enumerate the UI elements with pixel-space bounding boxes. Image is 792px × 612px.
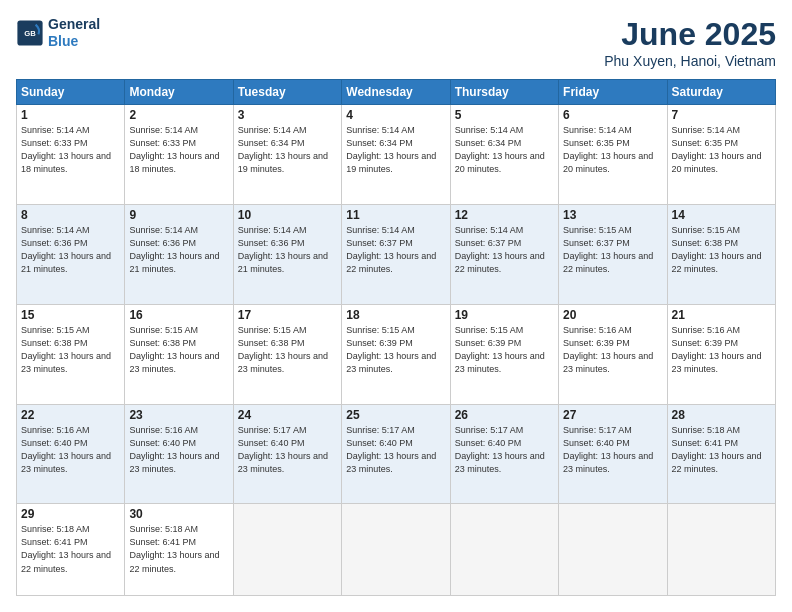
calendar-cell: 11Sunrise: 5:14 AMSunset: 6:37 PMDayligh…: [342, 204, 450, 304]
day-info: Sunrise: 5:14 AMSunset: 6:34 PMDaylight:…: [346, 124, 445, 176]
calendar-cell: 23Sunrise: 5:16 AMSunset: 6:40 PMDayligh…: [125, 404, 233, 504]
calendar-cell: 29Sunrise: 5:18 AMSunset: 6:41 PMDayligh…: [17, 504, 125, 596]
calendar-cell: 22Sunrise: 5:16 AMSunset: 6:40 PMDayligh…: [17, 404, 125, 504]
calendar-cell: 27Sunrise: 5:17 AMSunset: 6:40 PMDayligh…: [559, 404, 667, 504]
day-number: 16: [129, 308, 228, 322]
day-info: Sunrise: 5:15 AMSunset: 6:38 PMDaylight:…: [21, 324, 120, 376]
day-info: Sunrise: 5:16 AMSunset: 6:40 PMDaylight:…: [21, 424, 120, 476]
calendar-cell: 21Sunrise: 5:16 AMSunset: 6:39 PMDayligh…: [667, 304, 775, 404]
calendar-week-4: 22Sunrise: 5:16 AMSunset: 6:40 PMDayligh…: [17, 404, 776, 504]
col-saturday: Saturday: [667, 80, 775, 105]
day-number: 3: [238, 108, 337, 122]
day-info: Sunrise: 5:14 AMSunset: 6:35 PMDaylight:…: [672, 124, 771, 176]
day-info: Sunrise: 5:17 AMSunset: 6:40 PMDaylight:…: [563, 424, 662, 476]
page: GB General Blue June 2025 Phu Xuyen, Han…: [0, 0, 792, 612]
day-number: 28: [672, 408, 771, 422]
day-info: Sunrise: 5:14 AMSunset: 6:33 PMDaylight:…: [21, 124, 120, 176]
col-sunday: Sunday: [17, 80, 125, 105]
day-number: 13: [563, 208, 662, 222]
day-number: 4: [346, 108, 445, 122]
day-info: Sunrise: 5:18 AMSunset: 6:41 PMDaylight:…: [21, 523, 120, 575]
day-number: 9: [129, 208, 228, 222]
title-block: June 2025 Phu Xuyen, Hanoi, Vietnam: [604, 16, 776, 69]
calendar-week-3: 15Sunrise: 5:15 AMSunset: 6:38 PMDayligh…: [17, 304, 776, 404]
calendar-cell: 10Sunrise: 5:14 AMSunset: 6:36 PMDayligh…: [233, 204, 341, 304]
calendar-cell: [559, 504, 667, 596]
day-info: Sunrise: 5:16 AMSunset: 6:39 PMDaylight:…: [672, 324, 771, 376]
day-info: Sunrise: 5:14 AMSunset: 6:36 PMDaylight:…: [21, 224, 120, 276]
day-info: Sunrise: 5:16 AMSunset: 6:40 PMDaylight:…: [129, 424, 228, 476]
calendar-week-1: 1Sunrise: 5:14 AMSunset: 6:33 PMDaylight…: [17, 105, 776, 205]
calendar-cell: 7Sunrise: 5:14 AMSunset: 6:35 PMDaylight…: [667, 105, 775, 205]
day-number: 29: [21, 507, 120, 521]
calendar-cell: 19Sunrise: 5:15 AMSunset: 6:39 PMDayligh…: [450, 304, 558, 404]
day-info: Sunrise: 5:15 AMSunset: 6:38 PMDaylight:…: [129, 324, 228, 376]
day-number: 11: [346, 208, 445, 222]
day-info: Sunrise: 5:14 AMSunset: 6:34 PMDaylight:…: [238, 124, 337, 176]
col-tuesday: Tuesday: [233, 80, 341, 105]
day-info: Sunrise: 5:14 AMSunset: 6:33 PMDaylight:…: [129, 124, 228, 176]
calendar-cell: 9Sunrise: 5:14 AMSunset: 6:36 PMDaylight…: [125, 204, 233, 304]
calendar-cell: 30Sunrise: 5:18 AMSunset: 6:41 PMDayligh…: [125, 504, 233, 596]
header: GB General Blue June 2025 Phu Xuyen, Han…: [16, 16, 776, 69]
logo-icon: GB: [16, 19, 44, 47]
day-number: 17: [238, 308, 337, 322]
calendar-cell: 24Sunrise: 5:17 AMSunset: 6:40 PMDayligh…: [233, 404, 341, 504]
calendar-cell: 28Sunrise: 5:18 AMSunset: 6:41 PMDayligh…: [667, 404, 775, 504]
calendar-cell: 15Sunrise: 5:15 AMSunset: 6:38 PMDayligh…: [17, 304, 125, 404]
calendar-cell: 12Sunrise: 5:14 AMSunset: 6:37 PMDayligh…: [450, 204, 558, 304]
col-monday: Monday: [125, 80, 233, 105]
day-info: Sunrise: 5:15 AMSunset: 6:38 PMDaylight:…: [238, 324, 337, 376]
day-info: Sunrise: 5:15 AMSunset: 6:38 PMDaylight:…: [672, 224, 771, 276]
calendar-cell: [342, 504, 450, 596]
day-number: 12: [455, 208, 554, 222]
col-wednesday: Wednesday: [342, 80, 450, 105]
calendar-table: Sunday Monday Tuesday Wednesday Thursday…: [16, 79, 776, 596]
day-number: 8: [21, 208, 120, 222]
day-info: Sunrise: 5:18 AMSunset: 6:41 PMDaylight:…: [129, 523, 228, 575]
day-info: Sunrise: 5:14 AMSunset: 6:35 PMDaylight:…: [563, 124, 662, 176]
day-info: Sunrise: 5:14 AMSunset: 6:34 PMDaylight:…: [455, 124, 554, 176]
col-friday: Friday: [559, 80, 667, 105]
day-info: Sunrise: 5:17 AMSunset: 6:40 PMDaylight:…: [455, 424, 554, 476]
day-number: 15: [21, 308, 120, 322]
day-number: 14: [672, 208, 771, 222]
day-number: 1: [21, 108, 120, 122]
day-info: Sunrise: 5:17 AMSunset: 6:40 PMDaylight:…: [346, 424, 445, 476]
calendar-cell: 16Sunrise: 5:15 AMSunset: 6:38 PMDayligh…: [125, 304, 233, 404]
calendar-header-row: Sunday Monday Tuesday Wednesday Thursday…: [17, 80, 776, 105]
calendar-title: June 2025: [604, 16, 776, 53]
svg-text:GB: GB: [24, 29, 36, 38]
calendar-cell: 6Sunrise: 5:14 AMSunset: 6:35 PMDaylight…: [559, 105, 667, 205]
calendar-cell: [233, 504, 341, 596]
logo-text: General Blue: [48, 16, 100, 50]
day-number: 23: [129, 408, 228, 422]
day-number: 6: [563, 108, 662, 122]
day-info: Sunrise: 5:15 AMSunset: 6:39 PMDaylight:…: [455, 324, 554, 376]
day-number: 2: [129, 108, 228, 122]
day-info: Sunrise: 5:14 AMSunset: 6:37 PMDaylight:…: [455, 224, 554, 276]
day-number: 30: [129, 507, 228, 521]
calendar-cell: 3Sunrise: 5:14 AMSunset: 6:34 PMDaylight…: [233, 105, 341, 205]
calendar-week-2: 8Sunrise: 5:14 AMSunset: 6:36 PMDaylight…: [17, 204, 776, 304]
calendar-cell: 13Sunrise: 5:15 AMSunset: 6:37 PMDayligh…: [559, 204, 667, 304]
day-number: 7: [672, 108, 771, 122]
day-number: 5: [455, 108, 554, 122]
logo: GB General Blue: [16, 16, 100, 50]
day-info: Sunrise: 5:17 AMSunset: 6:40 PMDaylight:…: [238, 424, 337, 476]
day-info: Sunrise: 5:16 AMSunset: 6:39 PMDaylight:…: [563, 324, 662, 376]
day-info: Sunrise: 5:14 AMSunset: 6:36 PMDaylight:…: [238, 224, 337, 276]
day-number: 22: [21, 408, 120, 422]
calendar-cell: 8Sunrise: 5:14 AMSunset: 6:36 PMDaylight…: [17, 204, 125, 304]
col-thursday: Thursday: [450, 80, 558, 105]
calendar-subtitle: Phu Xuyen, Hanoi, Vietnam: [604, 53, 776, 69]
day-info: Sunrise: 5:15 AMSunset: 6:39 PMDaylight:…: [346, 324, 445, 376]
day-number: 20: [563, 308, 662, 322]
calendar-cell: 1Sunrise: 5:14 AMSunset: 6:33 PMDaylight…: [17, 105, 125, 205]
calendar-cell: 2Sunrise: 5:14 AMSunset: 6:33 PMDaylight…: [125, 105, 233, 205]
calendar-cell: 17Sunrise: 5:15 AMSunset: 6:38 PMDayligh…: [233, 304, 341, 404]
calendar-cell: 26Sunrise: 5:17 AMSunset: 6:40 PMDayligh…: [450, 404, 558, 504]
calendar-cell: 14Sunrise: 5:15 AMSunset: 6:38 PMDayligh…: [667, 204, 775, 304]
day-number: 21: [672, 308, 771, 322]
day-number: 18: [346, 308, 445, 322]
